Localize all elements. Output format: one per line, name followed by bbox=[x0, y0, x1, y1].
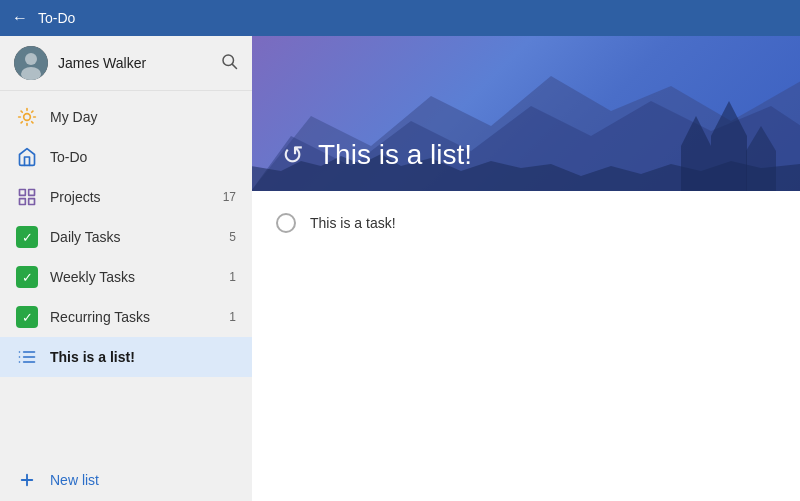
grid-icon bbox=[16, 186, 38, 208]
back-button[interactable]: ← bbox=[12, 9, 28, 27]
sidebar-item-label: Recurring Tasks bbox=[50, 309, 217, 325]
svg-line-11 bbox=[32, 122, 33, 123]
task-item[interactable]: This is a task! bbox=[252, 201, 800, 245]
plus-icon bbox=[16, 469, 38, 491]
svg-point-5 bbox=[24, 114, 31, 121]
sidebar-item-count: 1 bbox=[229, 270, 236, 284]
sidebar-item-to-do[interactable]: To-Do bbox=[0, 137, 252, 177]
list-refresh-icon: ↺ bbox=[282, 140, 304, 171]
sidebar-item-label: This is a list! bbox=[50, 349, 236, 365]
app-title: To-Do bbox=[38, 10, 75, 26]
sidebar-item-label: Weekly Tasks bbox=[50, 269, 217, 285]
sidebar-item-daily-tasks[interactable]: ✓ Daily Tasks 5 bbox=[0, 217, 252, 257]
sidebar: James Walker bbox=[0, 36, 252, 501]
list-icon bbox=[16, 346, 38, 368]
sidebar-item-my-day[interactable]: My Day bbox=[0, 97, 252, 137]
check-box-icon: ✓ bbox=[16, 306, 38, 328]
task-text: This is a task! bbox=[310, 215, 396, 231]
svg-rect-17 bbox=[29, 199, 35, 205]
svg-rect-15 bbox=[29, 190, 35, 196]
avatar bbox=[14, 46, 48, 80]
sidebar-item-projects[interactable]: Projects 17 bbox=[0, 177, 252, 217]
sidebar-item-label: Projects bbox=[50, 189, 211, 205]
sidebar-item-this-is-a-list[interactable]: This is a list! bbox=[0, 337, 252, 377]
nav-items: My Day To-Do bbox=[0, 91, 252, 459]
sun-icon bbox=[16, 106, 38, 128]
content-area: ↺ This is a list! This is a task! bbox=[252, 36, 800, 501]
task-list: This is a task! bbox=[252, 191, 800, 501]
svg-rect-14 bbox=[20, 190, 26, 196]
search-button[interactable] bbox=[220, 52, 238, 74]
svg-line-10 bbox=[21, 111, 22, 112]
svg-line-13 bbox=[32, 111, 33, 112]
sidebar-item-label: Daily Tasks bbox=[50, 229, 217, 245]
main-layout: James Walker bbox=[0, 36, 800, 501]
sidebar-item-weekly-tasks[interactable]: ✓ Weekly Tasks 1 bbox=[0, 257, 252, 297]
svg-line-12 bbox=[21, 122, 22, 123]
sidebar-item-count: 5 bbox=[229, 230, 236, 244]
new-list-button[interactable]: New list bbox=[0, 459, 252, 501]
user-row: James Walker bbox=[0, 36, 252, 91]
sidebar-item-label: To-Do bbox=[50, 149, 236, 165]
svg-rect-16 bbox=[20, 199, 26, 205]
sidebar-item-recurring-tasks[interactable]: ✓ Recurring Tasks 1 bbox=[0, 297, 252, 337]
sidebar-item-label: My Day bbox=[50, 109, 236, 125]
check-box-icon: ✓ bbox=[16, 226, 38, 248]
svg-line-4 bbox=[232, 64, 236, 68]
sidebar-item-count: 17 bbox=[223, 190, 236, 204]
user-name: James Walker bbox=[58, 55, 210, 71]
task-complete-button[interactable] bbox=[276, 213, 296, 233]
sidebar-item-count: 1 bbox=[229, 310, 236, 324]
check-box-icon: ✓ bbox=[16, 266, 38, 288]
new-list-label: New list bbox=[50, 472, 99, 488]
content-title: This is a list! bbox=[318, 139, 472, 171]
header-title-row: ↺ This is a list! bbox=[282, 139, 472, 171]
title-bar: ← To-Do bbox=[0, 0, 800, 36]
home-icon bbox=[16, 146, 38, 168]
content-header: ↺ This is a list! bbox=[252, 36, 800, 191]
svg-point-1 bbox=[25, 53, 37, 65]
